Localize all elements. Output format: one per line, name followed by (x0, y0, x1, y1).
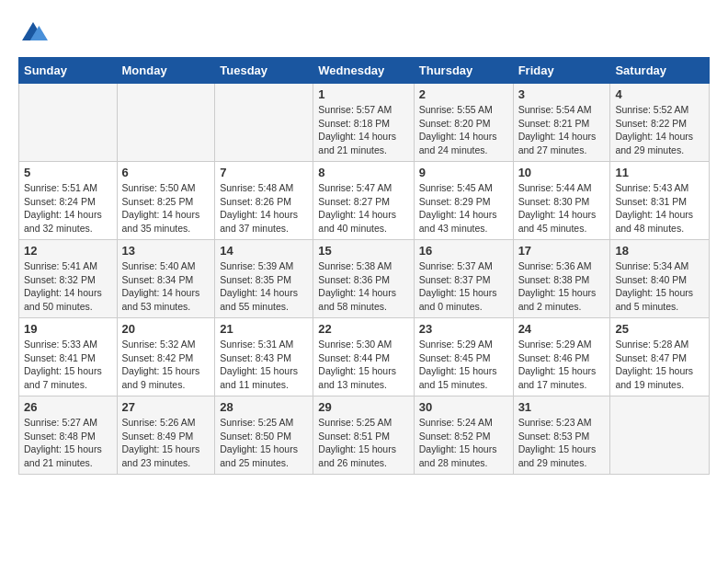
day-number: 26 (24, 400, 112, 414)
day-info: Sunrise: 5:51 AMSunset: 8:24 PMDaylight:… (24, 181, 112, 236)
day-number: 15 (318, 244, 408, 258)
day-number: 5 (24, 166, 112, 179)
day-info: Sunrise: 5:50 AMSunset: 8:25 PMDaylight:… (122, 181, 210, 236)
calendar-cell: 2Sunrise: 5:55 AMSunset: 8:20 PMDaylight… (414, 84, 513, 162)
day-info: Sunrise: 5:52 AMSunset: 8:22 PMDaylight:… (615, 103, 704, 157)
calendar-cell: 13Sunrise: 5:40 AMSunset: 8:34 PMDayligh… (117, 240, 215, 318)
weekday-header-sunday: Sunday (19, 58, 118, 84)
day-number: 2 (419, 87, 508, 101)
day-info: Sunrise: 5:28 AMSunset: 8:47 PMDaylight:… (615, 338, 704, 392)
calendar-cell: 14Sunrise: 5:39 AMSunset: 8:35 PMDayligh… (215, 240, 313, 318)
day-info: Sunrise: 5:24 AMSunset: 8:52 PMDaylight:… (419, 416, 508, 470)
day-number: 21 (220, 322, 308, 336)
day-number: 14 (220, 244, 308, 258)
calendar-cell: 27Sunrise: 5:26 AMSunset: 8:49 PMDayligh… (117, 396, 215, 475)
weekday-header-row: SundayMondayTuesdayWednesdayThursdayFrid… (19, 58, 710, 84)
calendar-cell (117, 84, 215, 162)
calendar-cell: 12Sunrise: 5:41 AMSunset: 8:32 PMDayligh… (19, 240, 118, 318)
calendar-cell (610, 396, 710, 475)
day-number: 22 (318, 322, 408, 336)
day-number: 23 (419, 322, 508, 336)
weekday-header-saturday: Saturday (610, 58, 710, 84)
day-info: Sunrise: 5:39 AMSunset: 8:35 PMDaylight:… (220, 259, 308, 314)
calendar-cell: 15Sunrise: 5:38 AMSunset: 8:36 PMDayligh… (313, 240, 414, 318)
day-number: 9 (419, 166, 508, 179)
day-info: Sunrise: 5:29 AMSunset: 8:45 PMDaylight:… (419, 338, 508, 392)
calendar-cell: 31Sunrise: 5:23 AMSunset: 8:53 PMDayligh… (513, 396, 610, 475)
day-number: 7 (220, 166, 308, 179)
calendar-week-row: 1Sunrise: 5:57 AMSunset: 8:18 PMDaylight… (19, 84, 710, 162)
calendar-table: SundayMondayTuesdayWednesdayThursdayFrid… (18, 57, 710, 475)
day-info: Sunrise: 5:45 AMSunset: 8:29 PMDaylight:… (419, 181, 508, 236)
calendar-cell: 9Sunrise: 5:45 AMSunset: 8:29 PMDaylight… (414, 162, 513, 240)
calendar-cell: 23Sunrise: 5:29 AMSunset: 8:45 PMDayligh… (414, 318, 513, 396)
day-number: 29 (318, 400, 408, 414)
calendar-week-row: 12Sunrise: 5:41 AMSunset: 8:32 PMDayligh… (19, 240, 710, 318)
logo-icon (18, 18, 48, 48)
calendar-cell: 1Sunrise: 5:57 AMSunset: 8:18 PMDaylight… (313, 84, 414, 162)
day-number: 8 (318, 166, 408, 179)
day-number: 10 (518, 166, 606, 179)
day-info: Sunrise: 5:47 AMSunset: 8:27 PMDaylight:… (318, 181, 408, 236)
weekday-header-friday: Friday (513, 58, 610, 84)
day-number: 11 (615, 166, 704, 179)
calendar-cell: 20Sunrise: 5:32 AMSunset: 8:42 PMDayligh… (117, 318, 215, 396)
calendar-cell: 11Sunrise: 5:43 AMSunset: 8:31 PMDayligh… (610, 162, 710, 240)
calendar-cell: 28Sunrise: 5:25 AMSunset: 8:50 PMDayligh… (215, 396, 313, 475)
calendar-cell: 18Sunrise: 5:34 AMSunset: 8:40 PMDayligh… (610, 240, 710, 318)
calendar-cell (215, 84, 313, 162)
day-info: Sunrise: 5:33 AMSunset: 8:41 PMDaylight:… (24, 338, 112, 392)
day-number: 20 (122, 322, 210, 336)
day-number: 25 (615, 322, 704, 336)
day-info: Sunrise: 5:34 AMSunset: 8:40 PMDaylight:… (615, 259, 704, 314)
day-number: 12 (24, 244, 112, 258)
day-info: Sunrise: 5:44 AMSunset: 8:30 PMDaylight:… (518, 181, 606, 236)
calendar-cell: 19Sunrise: 5:33 AMSunset: 8:41 PMDayligh… (19, 318, 118, 396)
day-number: 13 (122, 244, 210, 258)
calendar-cell (19, 84, 118, 162)
day-number: 17 (518, 244, 606, 258)
calendar-cell: 10Sunrise: 5:44 AMSunset: 8:30 PMDayligh… (513, 162, 610, 240)
day-number: 27 (122, 400, 210, 414)
day-number: 16 (419, 244, 508, 258)
weekday-header-monday: Monday (117, 58, 215, 84)
day-number: 3 (518, 87, 606, 101)
day-info: Sunrise: 5:43 AMSunset: 8:31 PMDaylight:… (615, 181, 704, 236)
calendar-cell: 17Sunrise: 5:36 AMSunset: 8:38 PMDayligh… (513, 240, 610, 318)
day-number: 4 (615, 87, 704, 101)
day-info: Sunrise: 5:57 AMSunset: 8:18 PMDaylight:… (318, 103, 408, 157)
day-info: Sunrise: 5:48 AMSunset: 8:26 PMDaylight:… (220, 181, 308, 236)
weekday-header-wednesday: Wednesday (313, 58, 414, 84)
logo (18, 18, 51, 48)
calendar-cell: 26Sunrise: 5:27 AMSunset: 8:48 PMDayligh… (19, 396, 118, 475)
day-info: Sunrise: 5:41 AMSunset: 8:32 PMDaylight:… (24, 259, 112, 314)
calendar-cell: 29Sunrise: 5:25 AMSunset: 8:51 PMDayligh… (313, 396, 414, 475)
day-number: 19 (24, 322, 112, 336)
weekday-header-thursday: Thursday (414, 58, 513, 84)
calendar-cell: 3Sunrise: 5:54 AMSunset: 8:21 PMDaylight… (513, 84, 610, 162)
day-info: Sunrise: 5:31 AMSunset: 8:43 PMDaylight:… (220, 338, 308, 392)
day-info: Sunrise: 5:55 AMSunset: 8:20 PMDaylight:… (419, 103, 508, 157)
day-info: Sunrise: 5:30 AMSunset: 8:44 PMDaylight:… (318, 338, 408, 392)
calendar-cell: 5Sunrise: 5:51 AMSunset: 8:24 PMDaylight… (19, 162, 118, 240)
calendar-cell: 7Sunrise: 5:48 AMSunset: 8:26 PMDaylight… (215, 162, 313, 240)
day-info: Sunrise: 5:54 AMSunset: 8:21 PMDaylight:… (518, 103, 606, 157)
day-info: Sunrise: 5:25 AMSunset: 8:51 PMDaylight:… (318, 416, 408, 470)
day-number: 28 (220, 400, 308, 414)
calendar-week-row: 26Sunrise: 5:27 AMSunset: 8:48 PMDayligh… (19, 396, 710, 475)
weekday-header-tuesday: Tuesday (215, 58, 313, 84)
calendar-cell: 8Sunrise: 5:47 AMSunset: 8:27 PMDaylight… (313, 162, 414, 240)
day-info: Sunrise: 5:25 AMSunset: 8:50 PMDaylight:… (220, 416, 308, 470)
calendar-cell: 6Sunrise: 5:50 AMSunset: 8:25 PMDaylight… (117, 162, 215, 240)
calendar-cell: 4Sunrise: 5:52 AMSunset: 8:22 PMDaylight… (610, 84, 710, 162)
day-info: Sunrise: 5:37 AMSunset: 8:37 PMDaylight:… (419, 259, 508, 314)
day-info: Sunrise: 5:27 AMSunset: 8:48 PMDaylight:… (24, 416, 112, 470)
day-info: Sunrise: 5:32 AMSunset: 8:42 PMDaylight:… (122, 338, 210, 392)
page-header (18, 18, 710, 48)
calendar-cell: 21Sunrise: 5:31 AMSunset: 8:43 PMDayligh… (215, 318, 313, 396)
day-info: Sunrise: 5:26 AMSunset: 8:49 PMDaylight:… (122, 416, 210, 470)
calendar-week-row: 19Sunrise: 5:33 AMSunset: 8:41 PMDayligh… (19, 318, 710, 396)
calendar-cell: 22Sunrise: 5:30 AMSunset: 8:44 PMDayligh… (313, 318, 414, 396)
calendar-week-row: 5Sunrise: 5:51 AMSunset: 8:24 PMDaylight… (19, 162, 710, 240)
day-number: 30 (419, 400, 508, 414)
